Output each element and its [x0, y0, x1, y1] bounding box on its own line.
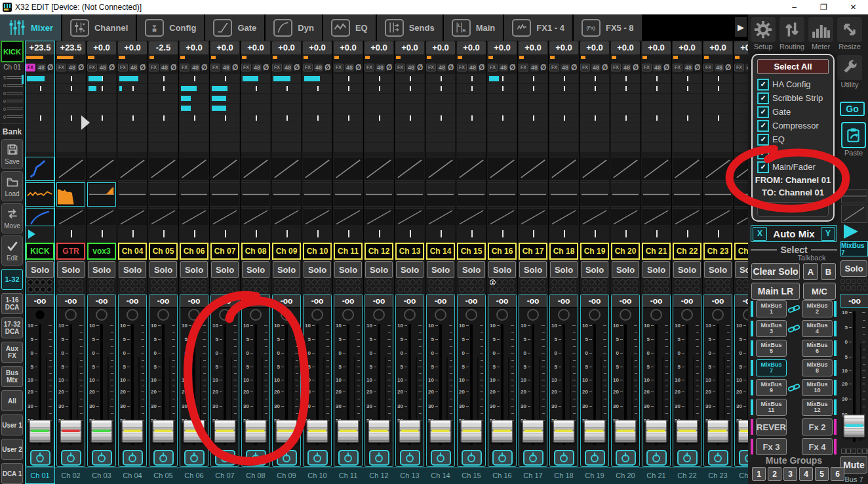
eq-thumbnail[interactable] [87, 182, 116, 207]
mute-group-1-button[interactable]: 1 [752, 467, 766, 481]
pan-indicator[interactable] [611, 228, 640, 240]
pan-knob[interactable] [311, 309, 323, 321]
send-row[interactable] [241, 74, 270, 83]
pan-knob[interactable] [157, 309, 169, 321]
sends-overview[interactable] [333, 74, 363, 153]
send-row[interactable] [180, 84, 208, 93]
sends-overview[interactable] [25, 74, 55, 153]
assign-dots[interactable] [210, 278, 240, 294]
fx-insert-badge[interactable]: FX [580, 64, 590, 71]
fx-insert-badge[interactable]: FX [519, 64, 528, 71]
send-row[interactable] [180, 94, 208, 103]
send-row[interactable] [703, 123, 732, 132]
send-row[interactable] [303, 133, 332, 142]
solo-button[interactable]: Solo [396, 261, 424, 278]
assign-dots[interactable] [518, 278, 548, 294]
assign-dots[interactable] [241, 278, 271, 294]
fx-return-fx4-button[interactable]: Fx 4 [802, 438, 833, 455]
pan-knob[interactable] [281, 309, 292, 321]
channel-footer-label[interactable]: Ch 07 [210, 467, 240, 484]
fader-cap[interactable] [276, 420, 298, 443]
pan-knob[interactable] [558, 309, 570, 321]
channel-name[interactable]: Ch 15 [457, 243, 486, 260]
channel-footer-label[interactable]: Ch 18 [549, 467, 579, 484]
send-row[interactable] [457, 113, 486, 123]
send-row[interactable] [642, 94, 671, 103]
send-row[interactable] [56, 143, 85, 152]
pan-indicator[interactable] [426, 228, 455, 240]
send-row[interactable] [457, 104, 486, 113]
fader-cap[interactable] [615, 420, 637, 443]
phase-invert-icon[interactable]: Ø [78, 63, 84, 72]
popup-item-scribble-strip[interactable]: ✓Scribble Strip [757, 91, 829, 105]
pan-indicator[interactable] [180, 228, 208, 240]
send-row[interactable] [611, 113, 640, 123]
eq-thumbnail[interactable] [395, 182, 424, 207]
pan-knob[interactable] [465, 309, 477, 321]
dyn-thumbnail[interactable] [611, 208, 640, 227]
eq-thumbnail[interactable] [611, 182, 640, 207]
send-row[interactable] [180, 143, 208, 152]
gate-thumbnail[interactable] [272, 157, 301, 181]
fx-insert-badge[interactable]: FX [210, 64, 220, 71]
bus-assign-dots[interactable] [840, 279, 867, 291]
channel-footer-label[interactable]: Ch 08 [241, 467, 271, 484]
pan-indicator[interactable] [303, 228, 332, 240]
channel-on-button[interactable] [215, 450, 235, 466]
send-row[interactable] [87, 113, 116, 123]
channel-fader[interactable]: 1050510203050 [211, 321, 239, 449]
send-row[interactable] [549, 104, 578, 113]
channel-footer-label[interactable]: Ch 12 [364, 467, 394, 484]
dyn-thumbnail[interactable] [26, 208, 54, 227]
channel-on-button[interactable] [585, 450, 605, 466]
assign-dots[interactable] [456, 278, 486, 294]
phantom-48v-badge[interactable]: 48 [530, 64, 539, 71]
mute-group-5-button[interactable]: 5 [815, 467, 829, 481]
sends-overview[interactable] [703, 74, 733, 153]
channel-footer-label[interactable]: Ch 01 [25, 467, 55, 484]
send-row[interactable] [457, 74, 486, 83]
channel-fader[interactable]: 1050510203050 [488, 321, 516, 449]
phantom-48v-badge[interactable]: 48 [160, 64, 169, 71]
gate-thumbnail[interactable] [149, 157, 178, 181]
send-row[interactable] [87, 143, 116, 152]
gain-display[interactable]: +0.0 [87, 41, 116, 54]
pan-knob[interactable] [650, 309, 662, 321]
eq-thumbnail[interactable] [580, 182, 609, 207]
eq-thumbnail[interactable] [241, 182, 270, 207]
fader-value[interactable]: -oo [581, 294, 608, 308]
fader-cap[interactable] [91, 420, 113, 443]
gain-display[interactable]: +0.0 [241, 41, 270, 54]
fx-insert-badge[interactable]: FX [118, 64, 128, 71]
send-row[interactable] [303, 84, 332, 93]
send-row[interactable] [673, 94, 701, 103]
phantom-48v-badge[interactable]: 48 [191, 64, 200, 71]
send-row[interactable] [118, 133, 147, 142]
pan-knob[interactable] [712, 309, 724, 321]
channel-footer-label[interactable]: Ch 20 [610, 467, 641, 484]
send-row[interactable] [395, 113, 424, 123]
send-row[interactable] [180, 113, 208, 123]
send-row[interactable] [580, 104, 609, 113]
fader-value[interactable]: -oo [304, 294, 331, 308]
sends-overview[interactable] [271, 74, 302, 153]
eq-thumbnail[interactable] [180, 182, 208, 207]
pan-knob[interactable] [34, 309, 46, 321]
dyn-thumbnail[interactable] [519, 208, 547, 227]
mixbus-5-button[interactable]: MixBus5 [756, 340, 787, 357]
fader-value[interactable]: -oo [458, 294, 485, 308]
send-row[interactable] [673, 133, 701, 142]
sends-overview[interactable] [395, 74, 425, 153]
phantom-48v-badge[interactable]: 48 [129, 64, 138, 71]
pan-knob[interactable] [496, 309, 508, 321]
send-row[interactable] [642, 84, 671, 93]
popup-item-eq[interactable]: ✓EQ [757, 132, 829, 146]
fader-cap[interactable] [60, 420, 82, 443]
phase-invert-icon[interactable]: Ø [509, 63, 515, 72]
fader-value[interactable]: -oo [273, 294, 300, 308]
eq-thumbnail[interactable] [26, 182, 54, 207]
channel-footer-label[interactable]: Ch 15 [456, 467, 486, 484]
phantom-48v-badge[interactable]: 48 [561, 64, 570, 71]
mute-group-2-button[interactable]: 2 [768, 467, 781, 481]
fader-value[interactable]: -oo [427, 294, 454, 308]
